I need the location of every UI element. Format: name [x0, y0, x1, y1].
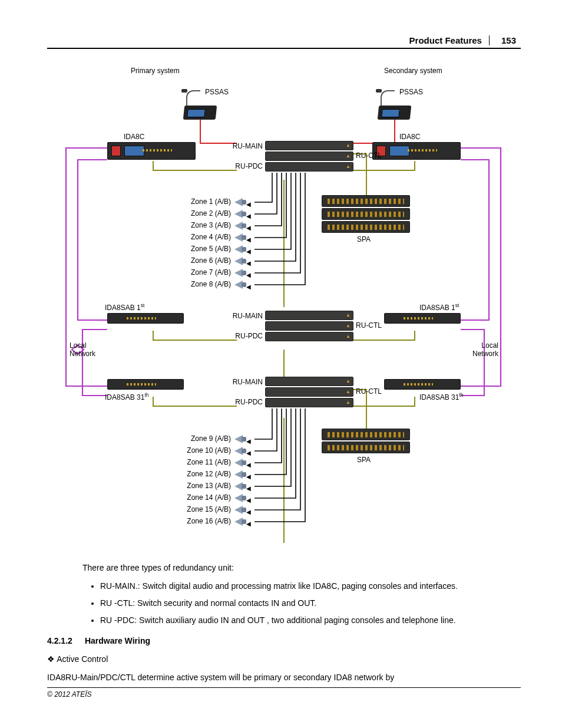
ida8c-right-rack [372, 142, 461, 160]
ru-pdc-3: ▲ [265, 398, 353, 407]
page-header: Product Features 153 [47, 35, 521, 49]
section-heading: 4.2.1.2 Hardware Wiring [47, 635, 521, 647]
spa-1a [322, 195, 410, 207]
ru-main-label-3: RU-MAIN [227, 378, 263, 386]
section-number: 4.2.1.2 [47, 635, 82, 647]
zone-label: Zone 5 (A/B) [184, 245, 231, 253]
speaker-icon: ◀ [234, 518, 247, 526]
spa-1c [322, 221, 410, 233]
ida8sab31-right-rack [384, 379, 461, 390]
ida8c-left-label: IDA8C [124, 133, 144, 141]
zone-label: Zone 13 (A/B) [184, 482, 231, 490]
speaker-icon: ◀ [234, 198, 247, 206]
ida8sab1-left-label: IDA8SAB 1st [105, 302, 144, 312]
zone-label: Zone 12 (A/B) [184, 470, 231, 478]
zone-label: Zone 14 (A/B) [184, 493, 231, 502]
zone-label: Zone 2 (A/B) [184, 209, 231, 218]
zone-label: Zone 1 (A/B) [184, 197, 231, 206]
ru-ctl-3: ▲ [265, 387, 353, 397]
speaker-icon: ◀ [234, 470, 247, 479]
ru-pdc-label-3: RU-PDC [230, 398, 263, 406]
body-paragraph: IDA8RU-Main/PDC/CTL determine active sys… [47, 671, 521, 684]
speaker-icon: ◀ [234, 245, 247, 253]
speaker-icon: ◀ [234, 257, 247, 265]
zone-label: Zone 6 (A/B) [184, 256, 231, 265]
ru-pdc-1: ▲ [265, 162, 353, 172]
ru-ctl-label-3: RU-CTL [356, 387, 382, 396]
ru-main-3: ▲ [265, 377, 353, 386]
copyright: © 2012 ATEÏS [47, 690, 92, 699]
speaker-icon: ◀ [234, 447, 247, 455]
subsection-active-control: ❖ Active Control [47, 653, 521, 666]
speaker-icon: ◀ [234, 210, 247, 218]
ru-main-2: ▲ [265, 311, 353, 320]
ru-main-label-1: RU-MAIN [227, 142, 263, 150]
speaker-icon: ◀ [234, 435, 247, 443]
zone-label: Zone 15 (A/B) [184, 505, 231, 513]
ida8c-right-label: IDA8C [399, 133, 420, 141]
ida8c-left-rack [107, 142, 196, 160]
speaker-icon: ◀ [234, 233, 247, 242]
ru-ctl-1: ▲ [265, 151, 353, 161]
pssas-left-label: PSSAS [205, 88, 229, 96]
speaker-icon: ◀ [234, 459, 247, 467]
zone-label: Zone 3 (A/B) [184, 221, 231, 229]
local-network-left: Local Network [70, 341, 95, 358]
spa-label-1: SPA [357, 235, 371, 243]
ida8sab31-left-label: IDA8SAB 31th [105, 392, 148, 401]
ru-pdc-label-1: RU-PDC [230, 162, 263, 170]
speaker-icon: ◀ [234, 269, 247, 277]
ru-ctl-label-1: RU-CTL [356, 151, 382, 160]
ru-main-1: ▲ [265, 141, 353, 150]
speaker-icon: ◀ [234, 494, 247, 502]
page-footer: © 2012 ATEÏS [47, 687, 521, 699]
ru-pdc-label-2: RU-PDC [230, 332, 263, 340]
zone-label: Zone 11 (A/B) [184, 458, 231, 466]
ida8sab31-right-label: IDA8SAB 31th [419, 392, 463, 401]
speaker-icon: ◀ [234, 222, 247, 230]
ida8sab1-left-rack [107, 313, 184, 324]
bullet-ru-pdc: RU -PDC: Switch auxiliary audio IN and O… [100, 614, 521, 627]
spa-label-2: SPA [357, 456, 371, 464]
ru-main-label-2: RU-MAIN [227, 312, 263, 320]
speaker-icon: ◀ [234, 281, 247, 289]
zone-label: Zone 7 (A/B) [184, 268, 231, 276]
system-diagram: Primary system Secondary system PSSAS PS… [60, 67, 508, 550]
ru-pdc-2: ▲ [265, 332, 353, 341]
zone-label: Zone 10 (A/B) [184, 446, 231, 454]
bullet-ru-main: RU-MAIN.: Switch digital audio and proce… [100, 580, 521, 592]
page-number: 153 [490, 35, 521, 45]
ida8sab1-right-label: IDA8SAB 1st [419, 302, 459, 312]
ida8sab31-left-rack [107, 379, 184, 390]
zone-label: Zone 8 (A/B) [184, 280, 231, 288]
ida8sab1-right-rack [384, 313, 461, 324]
primary-system-label: Primary system [131, 67, 180, 75]
spa-1b [322, 208, 410, 220]
ru-ctl-label-2: RU-CTL [356, 321, 382, 330]
intro-paragraph: There are three types of redundancy unit… [82, 562, 521, 574]
zone-label: Zone 9 (A/B) [184, 434, 231, 443]
redundancy-bullets: RU-MAIN.: Switch digital audio and proce… [100, 580, 521, 627]
speaker-icon: ◀ [234, 482, 247, 490]
speaker-icon: ◀ [234, 506, 247, 514]
pssas-right-label: PSSAS [399, 88, 423, 96]
zone-label: Zone 16 (A/B) [184, 517, 231, 525]
ru-ctl-2: ▲ [265, 321, 353, 331]
spa-2b [322, 442, 410, 453]
secondary-system-label: Secondary system [384, 67, 442, 75]
spa-2a [322, 429, 410, 440]
section-title: Hardware Wiring [85, 636, 150, 645]
local-network-right: Local Network [472, 341, 498, 358]
body-content: There are three types of redundancy unit… [47, 562, 521, 684]
bullet-ru-ctl: RU -CTL: Switch security and normal cont… [100, 597, 521, 610]
header-title: Product Features [409, 35, 490, 45]
zone-label: Zone 4 (A/B) [184, 233, 231, 241]
